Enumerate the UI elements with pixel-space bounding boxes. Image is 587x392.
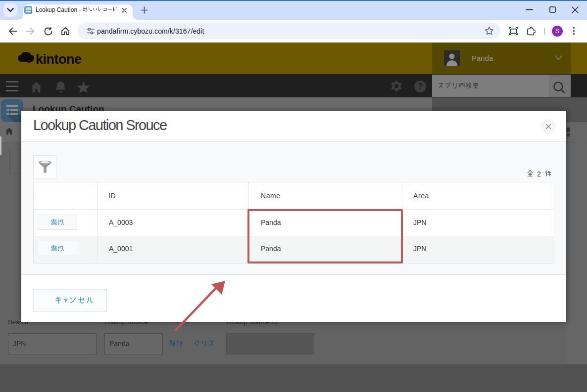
svg-text:kintone: kintone: [36, 52, 82, 67]
